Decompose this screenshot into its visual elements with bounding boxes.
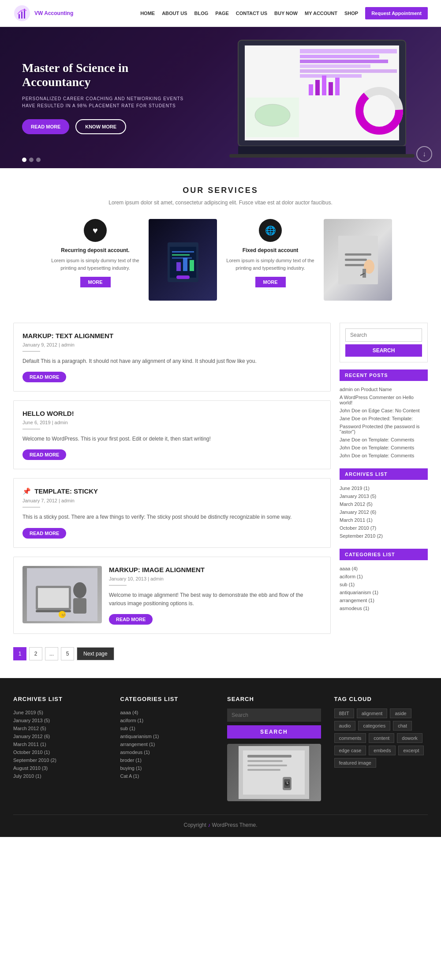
tag-featured-image[interactable]: featured image	[334, 758, 376, 768]
post-readmore-1[interactable]: READ MORE	[22, 372, 66, 382]
page-5-button[interactable]: 5	[61, 647, 74, 660]
sidebar-archive-2[interactable]: January 2013 (5)	[340, 492, 428, 500]
sidebar-recent-5[interactable]: Password Protected (the password is "ast…	[340, 422, 428, 436]
sidebar-cat-5[interactable]: arrangement (1)	[340, 596, 428, 604]
sidebar-search-input[interactable]	[345, 328, 422, 342]
sidebar-recent-1[interactable]: admin on Product Name	[340, 385, 428, 393]
post-author-4: admin	[150, 576, 164, 581]
sidebar-recent-7[interactable]: John Doe on Template: Comments	[340, 444, 428, 452]
nav-home[interactable]: HOME	[140, 11, 155, 16]
hero-dot-2[interactable]	[29, 158, 34, 162]
sidebar-archive-1[interactable]: June 2019 (1)	[340, 484, 428, 492]
svg-rect-19	[322, 75, 326, 95]
service-icon-1: ♥	[84, 219, 107, 242]
svg-rect-7	[300, 49, 397, 53]
logo[interactable]: VW Accounting	[13, 4, 73, 22]
page-ellipsis-button[interactable]: ...	[45, 647, 58, 660]
post-readmore-2[interactable]: READ MORE	[22, 449, 66, 460]
sidebar: SEARCH RECENT POSTS admin on Product Nam…	[340, 323, 428, 674]
footer-cat-7[interactable]: broder (1)	[120, 756, 214, 764]
footer-archive-9[interactable]: July 2010 (1)	[13, 772, 107, 780]
nav-about[interactable]: ABOUT US	[162, 11, 187, 16]
sidebar-cat-6[interactable]: asmodeus (1)	[340, 604, 428, 612]
sidebar-archive-6[interactable]: October 2010 (7)	[340, 524, 428, 532]
svg-rect-50	[247, 755, 292, 758]
footer-cat-5[interactable]: arrangement (1)	[120, 740, 214, 748]
nav-contact[interactable]: CONTACT US	[236, 11, 267, 16]
tag-embeds[interactable]: embeds	[369, 746, 396, 755]
sidebar-archive-7[interactable]: September 2010 (2)	[340, 532, 428, 540]
nav-page[interactable]: PAGE	[215, 11, 228, 16]
read-more-button[interactable]: READ MORE	[22, 119, 69, 134]
tag-excerpt[interactable]: excerpt	[398, 746, 424, 755]
sidebar-recent-8[interactable]: John Doe on Template: Comments	[340, 452, 428, 460]
tag-categories[interactable]: categories	[358, 721, 390, 731]
tag-comments[interactable]: comments	[334, 733, 366, 743]
post-card-3: 📌 TEMPLATE: STICKY January 7, 2012 | adm…	[13, 478, 331, 547]
tag-alignment[interactable]: alignment	[357, 709, 388, 718]
tag-dowork[interactable]: dowork	[397, 733, 422, 743]
footer-archive-8[interactable]: August 2010 (3)	[13, 764, 107, 772]
sidebar-recent-3[interactable]: John Doe on Edge Case: No Content	[340, 407, 428, 415]
sidebar-search-button[interactable]: SEARCH	[345, 344, 422, 357]
svg-rect-51	[247, 760, 283, 762]
nav-shop[interactable]: SHOP	[344, 11, 358, 16]
service-title-1: Recurring deposit account.	[49, 247, 142, 253]
sidebar-archive-5[interactable]: March 2011 (1)	[340, 516, 428, 524]
svg-rect-28	[172, 257, 192, 259]
footer-cat-1[interactable]: aaaa (4)	[120, 709, 214, 716]
footer-archive-2[interactable]: January 2013 (5)	[13, 716, 107, 724]
post-readmore-3[interactable]: READ MORE	[22, 528, 66, 539]
tag-edge-case[interactable]: edge case	[334, 746, 366, 755]
page-2-button[interactable]: 2	[29, 647, 42, 660]
appointment-button[interactable]: Request Appointment	[365, 7, 428, 19]
service-more-btn-2[interactable]: MORE	[255, 277, 286, 287]
tag-content[interactable]: content	[369, 733, 394, 743]
tag-chat[interactable]: chat	[393, 721, 412, 731]
nav-blog[interactable]: BLOG	[194, 11, 209, 16]
post-readmore-4[interactable]: READ MORE	[109, 614, 153, 625]
footer-search-button[interactable]: SEARCH	[227, 725, 321, 739]
sidebar-recent-6[interactable]: Jane Doe on Template: Comments	[340, 436, 428, 444]
sidebar-archive-3[interactable]: March 2012 (5)	[340, 500, 428, 508]
sidebar-cat-3[interactable]: sub (1)	[340, 580, 428, 588]
footer-cat-3[interactable]: sub (1)	[120, 724, 214, 732]
footer-cat-2[interactable]: aciform (1)	[120, 716, 214, 724]
tag-8bit[interactable]: 8BIT	[334, 709, 354, 718]
hero-dot-3[interactable]	[36, 158, 41, 162]
svg-rect-30	[183, 258, 187, 271]
service-more-btn-1[interactable]: MORE	[80, 277, 111, 287]
nav-buy[interactable]: BUY NOW	[274, 11, 298, 16]
sidebar-recent-2[interactable]: A WordPress Commenter on Hello world!	[340, 393, 428, 407]
page-next-button[interactable]: Next page	[77, 647, 114, 660]
post-meta-1: January 9, 2012 | admin	[22, 342, 321, 347]
footer-archive-4[interactable]: January 2012 (6)	[13, 732, 107, 740]
footer-cat-9[interactable]: Cat A (1)	[120, 772, 214, 780]
tag-aside[interactable]: aside	[390, 709, 411, 718]
sidebar-cat-2[interactable]: aciform (1)	[340, 573, 428, 580]
footer-cat-6[interactable]: asmodeus (1)	[120, 748, 214, 756]
sidebar-cat-4[interactable]: antiquarianism (1)	[340, 588, 428, 596]
hero-scroll-button[interactable]: ↓	[416, 146, 432, 162]
footer-archive-6[interactable]: October 2010 (1)	[13, 748, 107, 756]
sidebar-recent-4[interactable]: Jane Doe on Protected: Template:	[340, 415, 428, 422]
post-card-4: 😊 MARKUP: IMAGE ALIGNMENT January 10, 20…	[13, 557, 331, 634]
svg-rect-35	[345, 259, 367, 261]
footer-grid: ARCHIVES LIST June 2019 (5) January 2013…	[13, 696, 428, 801]
nav-account[interactable]: MY ACCOUNT	[305, 11, 337, 16]
footer-search-input[interactable]	[227, 709, 321, 722]
sidebar-archive-4[interactable]: January 2012 (6)	[340, 508, 428, 516]
footer-archive-7[interactable]: September 2010 (2)	[13, 756, 107, 764]
sidebar-search: SEARCH	[340, 323, 428, 362]
page-1-button[interactable]: 1	[13, 647, 26, 660]
footer-cat-4[interactable]: antiquarianism (1)	[120, 732, 214, 740]
hero-dot-1[interactable]	[22, 158, 26, 162]
know-more-button[interactable]: KNOW MORE	[75, 119, 126, 134]
tag-audio[interactable]: audio	[334, 721, 356, 731]
footer-archive-1[interactable]: June 2019 (5)	[13, 709, 107, 716]
footer-archive-5[interactable]: March 2011 (1)	[13, 740, 107, 748]
service-image-2	[324, 219, 392, 301]
footer-archive-3[interactable]: March 2012 (5)	[13, 724, 107, 732]
footer-cat-8[interactable]: buying (1)	[120, 764, 214, 772]
sidebar-cat-1[interactable]: aaaa (4)	[340, 565, 428, 573]
